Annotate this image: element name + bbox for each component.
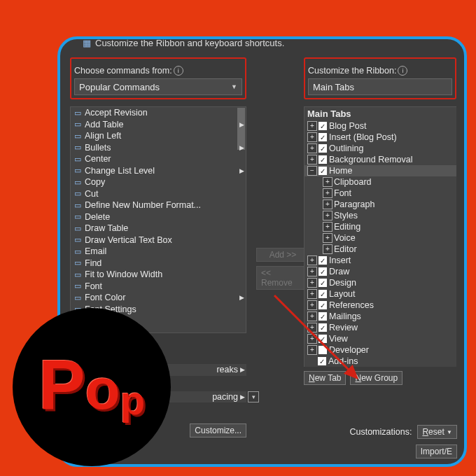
tree-toggle-icon[interactable]: + <box>307 345 317 355</box>
command-label: Center <box>85 154 237 164</box>
checkbox[interactable]: ✓ <box>318 167 327 175</box>
command-label: Delete <box>85 212 237 222</box>
checkbox[interactable]: ✓ <box>318 256 327 265</box>
tree-toggle-icon[interactable]: + <box>307 144 317 153</box>
tree-item[interactable]: −✓Home <box>304 165 456 176</box>
tree-item[interactable]: +✓Blog Post <box>304 120 456 132</box>
command-item[interactable]: ▭ Accept Revision <box>71 107 246 119</box>
checkbox[interactable]: ✓ <box>318 290 327 298</box>
customize-button[interactable]: Customize... <box>190 424 246 438</box>
command-item[interactable]: ▭ Font ▾ <box>71 281 246 293</box>
tree-toggle-icon[interactable]: + <box>323 244 332 254</box>
tree-toggle-icon[interactable]: + <box>307 323 317 332</box>
command-item[interactable]: ▭ Cut <box>71 188 246 200</box>
tree-item[interactable]: +✓Insert <box>304 255 456 266</box>
tree-toggle-icon[interactable]: + <box>307 312 317 321</box>
checkbox[interactable] <box>318 346 327 354</box>
tree-item[interactable]: +Font <box>304 188 456 199</box>
command-item[interactable]: ▭ Delete <box>71 211 246 223</box>
checkbox[interactable]: ✓ <box>318 155 327 164</box>
tree-toggle-icon[interactable]: + <box>307 155 317 164</box>
tree-toggle-icon[interactable]: + <box>323 200 332 209</box>
chevron-down-icon: ▼ <box>231 83 237 90</box>
tree-item[interactable]: +Voice <box>304 232 456 244</box>
ribbon-tree[interactable]: Main Tabs +✓Blog Post+✓Insert (Blog Post… <box>304 106 456 367</box>
tree-label: Review <box>329 323 358 332</box>
command-item[interactable]: ▭ Add Table ▶ <box>71 119 246 131</box>
checkbox[interactable]: ✓ <box>318 144 327 153</box>
checkbox[interactable]: ✓ <box>318 122 327 130</box>
tree-toggle-icon[interactable]: + <box>307 334 317 344</box>
checkbox[interactable]: ✓ <box>318 335 327 343</box>
tree-item[interactable]: +Paragraph <box>304 199 456 210</box>
customize-ribbon-dropdown[interactable]: Main Tabs <box>308 78 452 95</box>
tree-item[interactable]: +Editing <box>304 221 456 232</box>
tree-item[interactable]: +✓Background Removal <box>304 154 456 165</box>
command-item[interactable]: ▭ Change List Level ▶ <box>71 165 246 177</box>
tree-item[interactable]: +✓Draw <box>304 266 456 277</box>
checkbox[interactable]: ✓ <box>318 312 327 321</box>
command-item[interactable]: ▭ Center <box>71 153 246 165</box>
tree-item[interactable]: +✓Layout <box>304 288 456 300</box>
tree-toggle-icon[interactable]: + <box>307 121 317 131</box>
tree-item[interactable]: +✓Review <box>304 322 456 333</box>
checkbox[interactable]: ✓ <box>318 133 327 141</box>
command-item[interactable]: ▭ Align Left <box>71 130 246 142</box>
tree-label: Editor <box>334 244 357 254</box>
checkbox[interactable]: ✓ <box>318 323 327 332</box>
command-item[interactable]: ▭ Draw Table <box>71 223 246 234</box>
tree-toggle-icon[interactable]: + <box>307 255 317 265</box>
new-tab-button[interactable]: New Tab <box>304 371 346 385</box>
new-group-button[interactable]: New Group <box>350 371 402 385</box>
checkbox[interactable]: ✓ <box>318 301 327 309</box>
tree-toggle-icon[interactable]: + <box>307 267 317 276</box>
tree-label: Font <box>334 188 351 198</box>
checkbox[interactable]: ✓ <box>318 279 327 287</box>
tree-item[interactable]: ✓Add-ins <box>304 356 456 367</box>
command-item[interactable]: ▭ Email <box>71 246 246 258</box>
tree-toggle-icon[interactable]: + <box>323 188 332 198</box>
tree-label: Design <box>329 278 356 288</box>
tree-toggle-icon[interactable]: + <box>307 300 317 310</box>
command-icon: ▭ <box>72 154 83 164</box>
import-export-button[interactable]: Import/E <box>416 444 457 458</box>
command-item[interactable]: ▭ Define New Number Format... <box>71 200 246 211</box>
tree-toggle-icon[interactable]: + <box>307 289 317 299</box>
tree-item[interactable]: +Clipboard <box>304 176 456 188</box>
tree-item[interactable]: +✓Outlining <box>304 143 456 154</box>
tree-toggle-icon[interactable]: + <box>307 132 317 142</box>
tree-toggle-icon[interactable]: + <box>323 222 332 232</box>
tree-item[interactable]: +Styles <box>304 210 456 221</box>
tree-toggle-icon[interactable]: − <box>307 166 317 176</box>
reset-button[interactable]: Reset ▼ <box>417 425 457 439</box>
choose-commands-dropdown[interactable]: Popular Commands ▼ <box>74 78 242 95</box>
command-list[interactable]: ▭ Accept Revision ▭ Add Table ▶▭ Align L… <box>70 106 246 333</box>
tree-label: Developer <box>329 345 369 355</box>
tree-item[interactable]: +✓Insert (Blog Post) <box>304 132 456 143</box>
checkbox[interactable]: ✓ <box>318 357 326 365</box>
command-item[interactable]: ▭ Bullets ▶▾ <box>71 142 246 154</box>
command-item[interactable]: ▭ Find <box>71 258 246 270</box>
info-icon[interactable]: i <box>174 66 183 76</box>
info-icon[interactable]: i <box>398 66 407 76</box>
command-icon: ▭ <box>72 177 83 187</box>
command-item[interactable]: ▭ Draw Vertical Text Box <box>71 234 246 246</box>
command-icon: ▭ <box>72 223 83 233</box>
tree-toggle-icon[interactable]: + <box>323 211 332 220</box>
tree-item[interactable]: +✓View <box>304 333 456 344</box>
tree-toggle-icon[interactable]: + <box>323 177 332 187</box>
checkbox[interactable]: ✓ <box>318 267 327 276</box>
tree-toggle-icon[interactable]: + <box>323 233 332 243</box>
command-item[interactable]: ▭ Copy <box>71 176 246 188</box>
tree-item[interactable]: +✓Design <box>304 277 456 288</box>
command-item[interactable]: ▭ Fit to Window Width <box>71 269 246 281</box>
command-icon: ▭ <box>72 246 83 256</box>
tree-label: References <box>329 300 374 310</box>
tree-item[interactable]: +Editor <box>304 244 456 255</box>
tree-item[interactable]: +✓Mailings <box>304 311 456 322</box>
tree-item[interactable]: +✓References <box>304 300 456 311</box>
tree-toggle-icon[interactable]: + <box>307 278 317 288</box>
tree-item[interactable]: +Developer <box>304 344 456 356</box>
command-label: Draw Table <box>85 223 237 233</box>
command-item[interactable]: ▭ Font Color ▶▾ <box>71 292 246 304</box>
